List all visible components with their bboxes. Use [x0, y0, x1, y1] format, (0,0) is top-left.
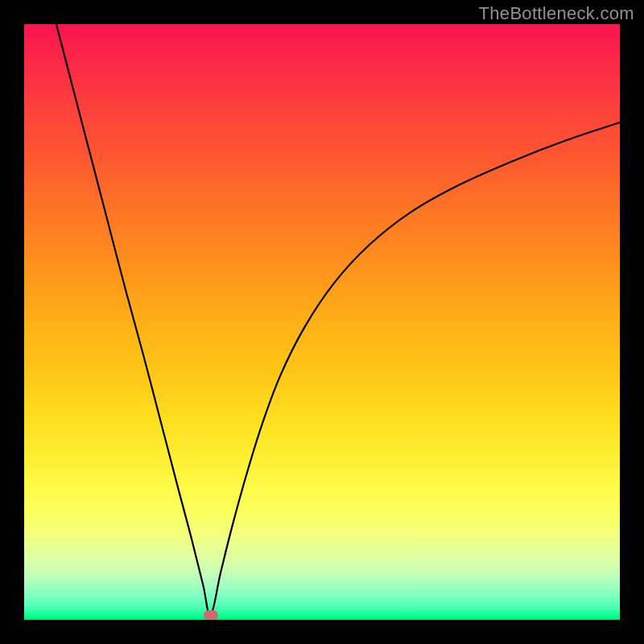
plot-area — [24, 24, 620, 620]
bottleneck-curve — [56, 24, 620, 615]
curve-svg — [24, 24, 620, 620]
chart-container: TheBottleneck.com — [0, 0, 644, 644]
watermark-text: TheBottleneck.com — [479, 3, 634, 24]
minimum-marker — [204, 610, 218, 620]
